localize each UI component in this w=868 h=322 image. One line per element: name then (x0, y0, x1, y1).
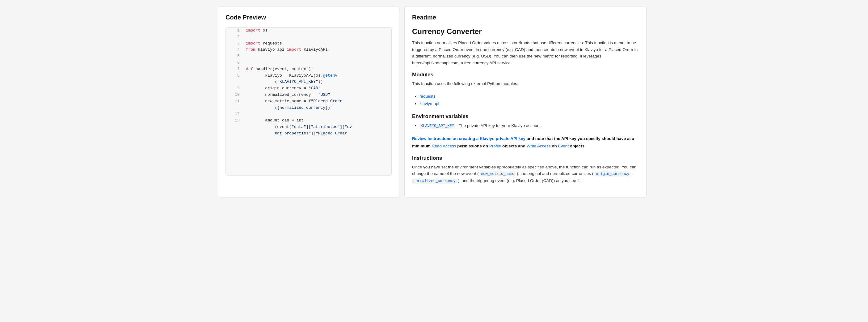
code-line-5: 5 (226, 53, 391, 60)
line-num: 3 (226, 40, 243, 47)
code-line-8: 8 klaviyo = KlaviyoAPI(os.getenv ("KLAVI… (226, 72, 391, 86)
readme-panel: Readme Currency Converter This function … (404, 6, 647, 198)
line-num: 2 (226, 34, 243, 40)
line-content: import requests (243, 40, 391, 47)
list-item-requests: requests (420, 93, 639, 100)
line-num: 8 (226, 72, 243, 86)
code-preview-title: Code Preview (225, 14, 392, 21)
line-num: 13 (226, 117, 243, 137)
line-num: 1 (226, 28, 243, 34)
code-line-10: 10 normalized_currency = "USD" (226, 92, 391, 98)
instructions-text: Once you have set the environment variab… (412, 164, 639, 184)
readme-description: This function normalizes Placed Order va… (412, 39, 639, 66)
code-line-6: 6 (226, 60, 391, 66)
line-content (243, 111, 391, 117)
env-key-desc: : The private API key for your Klaviyo a… (457, 123, 542, 128)
code-line-1: 1 import os (226, 28, 391, 34)
objects-text: objects. (570, 144, 586, 148)
normalized-currency-ref: normalized_currency (412, 179, 457, 183)
line-content: new_metric_name = f"Placed Order ({norma… (243, 98, 391, 111)
event-link[interactable]: Event (558, 144, 569, 148)
code-preview-panel: Code Preview 1 import os 2 3 import requ… (218, 6, 399, 198)
env-key: KLAVIYO_API_KEY (420, 124, 455, 128)
modules-heading: Modules (412, 72, 639, 78)
env-var-item: KLAVIYO_API_KEY : The private API key fo… (420, 122, 639, 130)
line-content (243, 60, 391, 66)
permissions-on-text: permissions on (457, 144, 489, 148)
readme-title: Readme (412, 14, 639, 21)
review-instructions-link[interactable]: Review instructions on creating a Klaviy… (412, 136, 525, 141)
write-access-link[interactable]: Write Access (527, 144, 551, 148)
readme-h1-section: Currency Converter This function normali… (412, 27, 639, 66)
permissions-section: Review instructions on creating a Klaviy… (412, 135, 639, 150)
code-line-7: 7 def handler(event, context): (226, 66, 391, 72)
code-line-4: 4 from klaviyo_api import KlaviyoAPI (226, 47, 391, 53)
new-metric-name-ref: new_metric_name (480, 172, 516, 176)
line-num: 12 (226, 111, 243, 117)
code-line-2: 2 (226, 34, 391, 40)
line-content: def handler(event, context): (243, 66, 391, 72)
line-content: import os (243, 28, 391, 34)
on-text: on (552, 144, 558, 148)
read-access-link[interactable]: Read Access (432, 144, 456, 148)
line-num: 5 (226, 53, 243, 60)
line-content: from klaviyo_api import KlaviyoAPI (243, 47, 391, 53)
code-line-9: 9 origin_currency = "CAD" (226, 85, 391, 92)
line-num: 4 (226, 47, 243, 53)
code-line-13: 13 amount_cad = int (event["data"]["attr… (226, 117, 391, 137)
requests-link[interactable]: requests (420, 94, 436, 98)
line-num: 11 (226, 98, 243, 111)
line-content: origin_currency = "CAD" (243, 85, 391, 92)
klaviyo-api-link[interactable]: klaviyo-api (420, 101, 439, 106)
code-line-11: 11 new_metric_name = f"Placed Order ({no… (226, 98, 391, 111)
profile-link[interactable]: Profile (489, 144, 501, 148)
origin-currency-ref: origin_currency (595, 172, 630, 176)
line-num: 7 (226, 66, 243, 72)
code-line-12: 12 (226, 111, 391, 117)
line-num: 9 (226, 85, 243, 92)
line-content: klaviyo = KlaviyoAPI(os.getenv ("KLAVIYO… (243, 72, 391, 86)
main-container: Code Preview 1 import os 2 3 import requ… (218, 6, 650, 198)
code-table: 1 import os 2 3 import requests 4 from k… (226, 28, 391, 137)
instructions-section: Instructions Once you have set the envir… (412, 155, 639, 184)
code-line-3: 3 import requests (226, 40, 391, 47)
readme-h1: Currency Converter (412, 27, 639, 36)
line-num: 10 (226, 92, 243, 98)
env-vars-section: Environment variables KLAVIYO_API_KEY : … (412, 113, 639, 130)
list-item-klaviyo-api: klaviyo-api (420, 100, 639, 108)
line-content (243, 53, 391, 60)
code-container[interactable]: 1 import os 2 3 import requests 4 from k… (225, 27, 392, 176)
modules-section: Modules This function uses the following… (412, 72, 639, 108)
line-content: normalized_currency = "USD" (243, 92, 391, 98)
objects-and-text: objects and (502, 144, 527, 148)
line-content: amount_cad = int (event["data"]["attribu… (243, 117, 391, 137)
instructions-heading: Instructions (412, 155, 639, 161)
line-content (243, 34, 391, 40)
env-var-line: KLAVIYO_API_KEY : The private API key fo… (412, 122, 639, 130)
modules-list: requests klaviyo-api (420, 93, 639, 108)
line-num: 6 (226, 60, 243, 66)
modules-intro: This function uses the following externa… (412, 80, 639, 87)
env-var-list: KLAVIYO_API_KEY : The private API key fo… (420, 122, 639, 130)
env-vars-heading: Environment variables (412, 113, 639, 120)
